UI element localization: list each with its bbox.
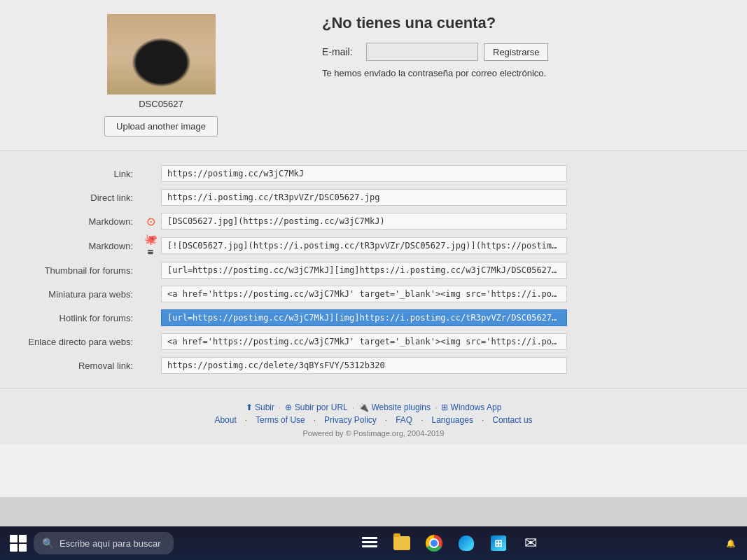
link-label-5: Miniatura para webs: — [0, 282, 140, 306]
footer-link2-4[interactable]: Languages — [432, 415, 473, 425]
link-icon-2: ⊙ — [140, 209, 161, 233]
link-label-1: Direct link: — [0, 186, 140, 209]
link-value-cell-3: [![DSC05627.jpg](https://i.postimg.cc/tR… — [161, 233, 733, 258]
link-value-1[interactable]: https://i.postimg.cc/tR3pvVZr/DSC05627.j… — [161, 189, 567, 206]
footer-link1-0[interactable]: ⬆ Subir — [246, 402, 274, 412]
upload-another-button[interactable]: Upload another image — [104, 116, 218, 136]
taskbar: 🔍 Escribe aquí para buscar ⊞ — [0, 526, 747, 560]
footer-link1-2[interactable]: 🔌 Website plugins — [358, 402, 431, 412]
link-value-cell-1: https://i.postimg.cc/tR3pvVZr/DSC05627.j… — [161, 186, 733, 209]
link-icon-1 — [140, 186, 161, 209]
reddit-icon: ⊙ — [146, 215, 155, 228]
task-view-icon — [362, 537, 377, 550]
footer-links-row2: About · Terms of Use · Privacy Policy · … — [0, 415, 747, 425]
link-label-2: Markdown: — [0, 209, 140, 233]
email-label: E-mail: — [322, 46, 361, 57]
image-filename: DSC05627 — [139, 99, 183, 109]
link-label-3: Markdown: — [0, 233, 140, 258]
footer-links-row1: ⬆ Subir · ⊕ Subir por URL · 🔌 Website pl… — [0, 402, 747, 412]
top-section: DSC05627 Upload another image ¿No tienes… — [0, 0, 747, 151]
link-icon-6 — [140, 306, 161, 330]
mail-button[interactable]: ✉ — [518, 531, 543, 556]
edge-icon — [459, 536, 474, 551]
link-value-4[interactable]: [url=https://postimg.cc/w3jC7MkJ][img]ht… — [161, 262, 567, 279]
windows-icon — [10, 535, 27, 552]
footer-sep: · — [435, 402, 437, 412]
photo-preview — [107, 14, 216, 94]
chrome-icon — [426, 535, 442, 552]
link-icon-7 — [140, 330, 161, 354]
footer-link2-2[interactable]: Privacy Policy — [324, 415, 377, 425]
edge-button[interactable] — [454, 531, 479, 556]
link-value-6[interactable]: [url=https://postimg.cc/w3jC7MkJ][img]ht… — [161, 309, 567, 326]
link-value-3[interactable]: [![DSC05627.jpg](https://i.postimg.cc/tR… — [161, 237, 567, 254]
link-label-6: Hotlink for forums: — [0, 306, 140, 330]
link-icon-4 — [140, 258, 161, 282]
link-icon-8 — [140, 354, 161, 377]
link-value-cell-6: [url=https://postimg.cc/w3jC7MkJ][img]ht… — [161, 306, 733, 330]
store-button[interactable]: ⊞ — [486, 531, 511, 556]
search-placeholder-text: Escribe aquí para buscar — [60, 538, 161, 549]
register-button[interactable]: Registrarse — [484, 43, 548, 61]
links-table: Link:https://postimg.cc/w3jC7MkJDirect l… — [0, 162, 733, 377]
task-view-button[interactable] — [357, 531, 382, 556]
browser-content: DSC05627 Upload another image ¿No tienes… — [0, 0, 747, 497]
link-value-0[interactable]: https://postimg.cc/w3jC7MkJ — [161, 165, 567, 182]
registration-panel: ¿No tienes una cuenta? E-mail: Registrar… — [308, 7, 733, 136]
password-sent-msg: Te hemos enviado la contraseña por corre… — [322, 68, 719, 78]
register-title: ¿No tienes una cuenta? — [322, 14, 719, 32]
taskbar-right: 🔔 — [726, 539, 741, 548]
search-icon: 🔍 — [42, 538, 54, 549]
link-value-cell-8: https://postimg.cc/delete/3qBYsFVY/5312b… — [161, 354, 733, 377]
footer-sep: · — [279, 402, 281, 412]
github-icon: 🐙 ≡ — [140, 233, 161, 258]
footer-link1-3[interactable]: ⊞ Windows App — [441, 402, 501, 412]
footer-sep: · — [352, 402, 354, 412]
email-input[interactable] — [366, 43, 478, 61]
chrome-button[interactable] — [421, 531, 447, 556]
footer-link2-5[interactable]: Contact us — [492, 415, 532, 425]
link-value-5[interactable]: <a href='https://postimg.cc/w3jC7MkJ' ta… — [161, 286, 567, 302]
file-explorer-button[interactable] — [389, 531, 414, 556]
footer-link2-1[interactable]: Terms of Use — [256, 415, 305, 425]
left-panel: DSC05627 Upload another image — [14, 7, 308, 136]
mail-icon: ✉ — [524, 534, 537, 552]
uploaded-image — [107, 14, 216, 94]
footer-link2-0[interactable]: About — [214, 415, 236, 425]
footer-link2-3[interactable]: FAQ — [396, 415, 412, 425]
link-icon-0 — [140, 162, 161, 186]
start-button[interactable] — [6, 531, 31, 556]
link-label-0: Link: — [0, 162, 140, 186]
notification-icon[interactable]: 🔔 — [726, 539, 736, 548]
link-icon-5 — [140, 282, 161, 306]
link-value-2[interactable]: [DSC05627.jpg](https://postimg.cc/w3jC7M… — [161, 213, 567, 230]
link-value-7[interactable]: <a href='https://postimg.cc/w3jC7MkJ' ta… — [161, 333, 567, 350]
email-row: E-mail: Registrarse — [322, 43, 719, 61]
link-value-cell-0: https://postimg.cc/w3jC7MkJ — [161, 162, 733, 186]
taskbar-center-icons: ⊞ ✉ — [176, 531, 723, 556]
footer-link1-1[interactable]: ⊕ Subir por URL — [285, 402, 347, 412]
link-label-7: Enlace directo para webs: — [0, 330, 140, 354]
powered-by: Powered by © Postimage.org, 2004-2019 — [0, 429, 747, 438]
link-icon-3: 🐙 ≡ — [140, 233, 161, 258]
link-label-8: Removal link: — [0, 354, 140, 377]
link-label-4: Thumbnail for forums: — [0, 258, 140, 282]
link-value-cell-4: [url=https://postimg.cc/w3jC7MkJ][img]ht… — [161, 258, 733, 282]
store-icon: ⊞ — [491, 536, 506, 551]
folder-icon — [393, 536, 410, 550]
link-value-cell-2: [DSC05627.jpg](https://postimg.cc/w3jC7M… — [161, 209, 733, 233]
links-section: Link:https://postimg.cc/w3jC7MkJDirect l… — [0, 151, 747, 388]
link-value-cell-7: <a href='https://postimg.cc/w3jC7MkJ' ta… — [161, 330, 733, 354]
link-value-cell-5: <a href='https://postimg.cc/w3jC7MkJ' ta… — [161, 282, 733, 306]
footer-section: ⬆ Subir · ⊕ Subir por URL · 🔌 Website pl… — [0, 388, 747, 444]
link-value-8[interactable]: https://postimg.cc/delete/3qBYsFVY/5312b… — [161, 357, 567, 374]
taskbar-search[interactable]: 🔍 Escribe aquí para buscar — [34, 532, 174, 554]
